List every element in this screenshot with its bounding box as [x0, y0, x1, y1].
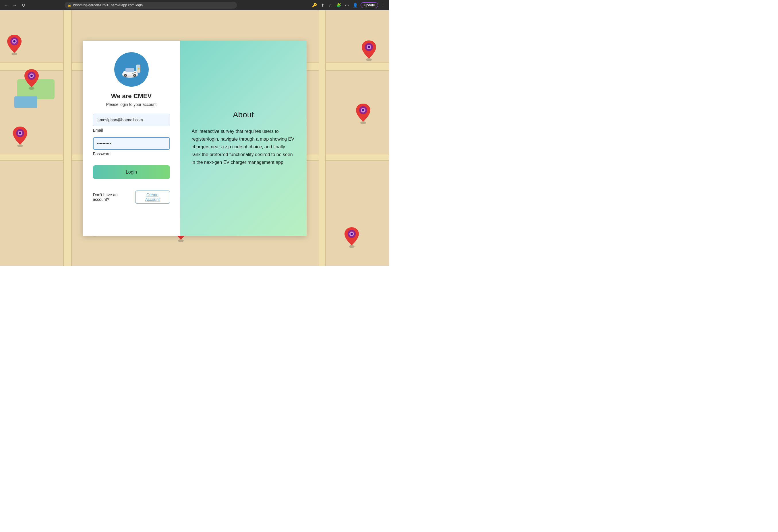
svg-rect-34 — [126, 68, 134, 72]
share-icon[interactable]: ⬆ — [320, 2, 325, 8]
email-form-group: Email — [93, 114, 170, 132]
svg-point-27 — [30, 75, 33, 77]
login-subtitle: Please login to your account — [106, 102, 157, 107]
extensions-icon[interactable]: 🧩 — [335, 2, 342, 8]
svg-point-23 — [351, 233, 353, 235]
reload-button[interactable]: ↻ — [20, 2, 26, 8]
lock-icon: 🔒 — [68, 3, 72, 7]
password-input[interactable] — [93, 137, 170, 150]
create-account-row: Don't have an account? Create Account — [93, 190, 170, 204]
svg-point-8 — [360, 121, 366, 124]
browser-chrome: ← → ↻ 🔒 blooming-garden-02531.herokuapp.… — [0, 0, 389, 10]
map-pin-2 — [360, 39, 378, 62]
svg-point-0 — [11, 53, 17, 56]
address-bar: 🔒 blooming-garden-02531.herokuapp.com/lo… — [65, 2, 237, 9]
map-pin-7 — [23, 68, 40, 91]
map-pin-8 — [11, 125, 29, 148]
login-button[interactable]: Login — [93, 165, 170, 179]
svg-point-7 — [368, 46, 370, 48]
create-account-button[interactable]: Create Account — [135, 190, 170, 204]
app-title: We are CMEV — [111, 92, 152, 100]
map-pin-3 — [355, 102, 372, 125]
about-panel: About An interactive survey that require… — [180, 41, 307, 236]
water-area — [14, 96, 37, 108]
password-form-group: Password — [93, 137, 170, 156]
svg-point-28 — [17, 144, 23, 147]
menu-icon[interactable]: ⋮ — [380, 2, 386, 8]
password-label: Password — [93, 152, 170, 156]
key-icon[interactable]: 🔑 — [311, 2, 318, 8]
road-vertical-2 — [319, 10, 326, 266]
update-button[interactable]: Update — [361, 2, 378, 8]
svg-point-20 — [349, 245, 355, 248]
map-pin-1 — [6, 33, 23, 56]
svg-point-31 — [19, 132, 21, 134]
url-text: blooming-garden-02531.herokuapp.com/logi… — [73, 3, 143, 7]
about-description: An interactive survey that requires user… — [192, 127, 295, 166]
about-title: About — [192, 110, 295, 119]
svg-point-3 — [13, 40, 15, 42]
back-button[interactable]: ← — [3, 2, 9, 8]
profile-icon[interactable]: 👤 — [352, 2, 359, 8]
map-background: We are CMEV Please login to your account… — [0, 10, 389, 266]
login-panel: We are CMEV Please login to your account… — [83, 41, 180, 236]
dont-have-account-text: Don't have an account? — [93, 192, 133, 202]
svg-point-38 — [134, 75, 135, 76]
sidebar-icon[interactable]: ▭ — [344, 2, 350, 8]
svg-point-16 — [178, 239, 184, 242]
star-icon[interactable]: ☆ — [327, 2, 333, 8]
login-container: We are CMEV Please login to your account… — [83, 41, 307, 236]
map-pin-6 — [343, 226, 360, 249]
browser-right-controls: 🔑 ⬆ ☆ 🧩 ▭ 👤 Update ⋮ — [311, 2, 386, 8]
forward-button[interactable]: → — [11, 2, 18, 8]
road-vertical-1 — [63, 10, 72, 266]
svg-point-36 — [125, 75, 126, 76]
svg-point-24 — [29, 87, 34, 90]
app-logo — [114, 52, 149, 87]
email-input[interactable] — [93, 114, 170, 126]
svg-point-11 — [362, 109, 364, 111]
email-label: Email — [93, 128, 170, 132]
svg-point-4 — [366, 58, 372, 61]
